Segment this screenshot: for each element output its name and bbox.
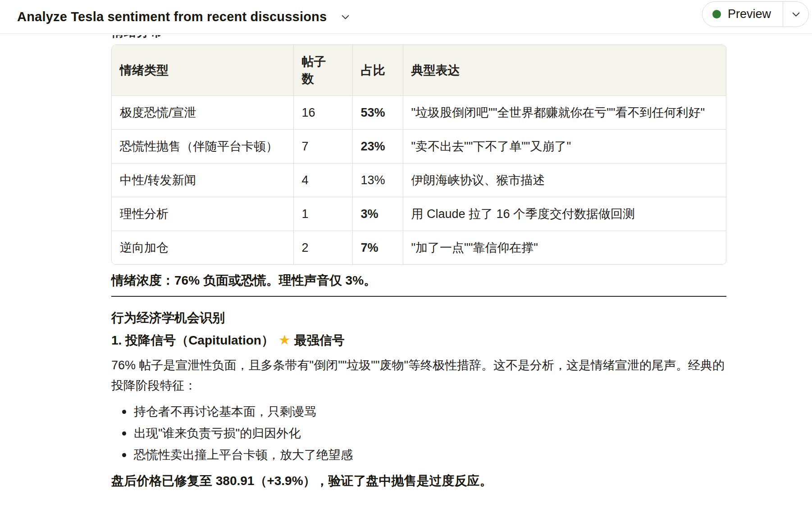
table-header-row: 情绪类型 帖子数 占比 典型表达 <box>112 45 726 95</box>
list-item: 出现"谁来负责亏损"的归因外化 <box>111 423 726 444</box>
cell-emotion-type: 恐慌性抛售（伴随平台卡顿） <box>112 129 293 163</box>
top-bar: Analyze Tesla sentiment from recent disc… <box>0 0 812 34</box>
col-header-typical-expression: 典型表达 <box>403 45 726 95</box>
cell-emotion-type: 理性分析 <box>112 197 293 231</box>
table-row: 极度恐慌/宣泄1653%"垃圾股倒闭吧""全世界都赚就你在亏""看不到任何利好" <box>112 95 726 129</box>
cell-percentage: 23% <box>352 129 403 163</box>
list-item: 持仓者不再讨论基本面，只剩谩骂 <box>111 402 726 422</box>
cell-percentage: 13% <box>352 163 403 197</box>
cell-emotion-type: 极度恐慌/宣泄 <box>112 95 293 129</box>
preview-button-group: Preview <box>702 1 809 27</box>
preview-menu-button[interactable] <box>783 2 808 27</box>
col-header-post-count: 帖子数 <box>293 45 352 95</box>
star-icon: ★ <box>274 332 294 347</box>
cell-typical-expression: 伊朗海峡协议、猴市描述 <box>403 163 726 197</box>
status-dot-icon <box>712 10 721 18</box>
sentiment-summary-line: 情绪浓度：76% 负面或恐慌。理性声音仅 3%。 <box>111 272 726 290</box>
cell-percentage: 7% <box>352 231 403 264</box>
cell-percentage: 3% <box>352 197 403 231</box>
chevron-down-icon <box>790 8 802 20</box>
cell-typical-expression: 用 Claude 拉了 16 个季度交付数据做回测 <box>403 197 726 231</box>
document-content: 情绪分布 情绪类型 帖子数 占比 典型表达 极度恐慌/宣泄1653%"垃圾股倒闭… <box>111 35 726 490</box>
cell-typical-expression: "垃圾股倒闭吧""全世界都赚就你在亏""看不到任何利好" <box>403 95 726 129</box>
title-dropdown[interactable]: Analyze Tesla sentiment from recent disc… <box>17 9 351 24</box>
cell-emotion-type: 逆向加仓 <box>112 231 293 264</box>
table-row: 逆向加仓27%"加了一点""靠信仰在撑" <box>112 231 726 264</box>
page-title: Analyze Tesla sentiment from recent disc… <box>17 9 327 24</box>
table-row: 恐慌性抛售（伴随平台卡顿）723%"卖不出去""下不了单""又崩了" <box>112 129 726 163</box>
section-heading: 行为经济学机会识别 <box>111 309 726 327</box>
list-item: 恐慌性卖出撞上平台卡顿，放大了绝望感 <box>111 445 726 465</box>
cell-post-count: 2 <box>293 231 352 264</box>
signal-heading-prefix: 1. 投降信号（Capitulation） <box>111 333 274 347</box>
preview-button[interactable]: Preview <box>703 2 783 27</box>
cell-post-count: 4 <box>293 163 352 197</box>
col-header-emotion-type: 情绪类型 <box>112 45 293 95</box>
preview-label: Preview <box>728 7 771 21</box>
table-row: 理性分析13%用 Claude 拉了 16 个季度交付数据做回测 <box>112 197 726 231</box>
cell-post-count: 1 <box>293 197 352 231</box>
cell-percentage: 53% <box>352 95 403 129</box>
divider <box>111 296 726 297</box>
cell-post-count: 16 <box>293 95 352 129</box>
signal-heading-suffix: 最强信号 <box>294 333 345 347</box>
col-header-percentage: 占比 <box>352 45 403 95</box>
analysis-paragraph: 76% 帖子是宣泄性负面，且多条带有"倒闭""垃圾""废物"等终极性措辞。这不是… <box>111 355 726 396</box>
cell-emotion-type: 中性/转发新闻 <box>112 163 293 197</box>
signal-heading: 1. 投降信号（Capitulation）★最强信号 <box>111 331 726 349</box>
table-row: 中性/转发新闻413%伊朗海峡协议、猴市描述 <box>112 163 726 197</box>
capitulation-feature-list: 持仓者不再讨论基本面，只剩谩骂出现"谁来负责亏损"的归因外化恐慌性卖出撞上平台卡… <box>111 402 726 465</box>
cell-typical-expression: "卖不出去""下不了单""又崩了" <box>403 129 726 163</box>
clipped-heading: 情绪分布 <box>111 35 726 41</box>
closing-line: 盘后价格已修复至 380.91（+3.9%），验证了盘中抛售是过度反应。 <box>111 472 726 490</box>
cell-post-count: 7 <box>293 129 352 163</box>
cell-typical-expression: "加了一点""靠信仰在撑" <box>403 231 726 264</box>
sentiment-table: 情绪类型 帖子数 占比 典型表达 极度恐慌/宣泄1653%"垃圾股倒闭吧""全世… <box>111 45 726 265</box>
chevron-down-icon[interactable] <box>339 11 351 23</box>
